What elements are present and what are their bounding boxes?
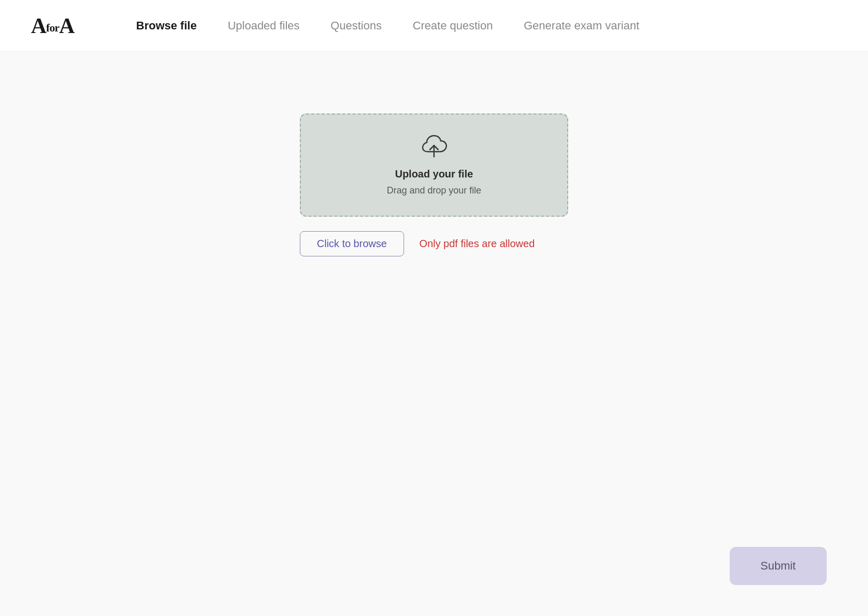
header: AforA Browse file Uploaded files Questio… [0, 0, 868, 52]
nav-create-question[interactable]: Create question [413, 19, 493, 33]
navigation: Browse file Uploaded files Questions Cre… [136, 19, 639, 33]
upload-title: Upload your file [395, 168, 473, 180]
logo: AforA [31, 13, 74, 38]
nav-generate-exam[interactable]: Generate exam variant [524, 19, 639, 33]
browse-button[interactable]: Click to browse [300, 231, 404, 256]
browse-row: Click to browse Only pdf files are allow… [300, 231, 568, 256]
upload-icon [421, 134, 447, 163]
nav-browse-file[interactable]: Browse file [136, 19, 197, 33]
main-content: Upload your file Drag and drop your file… [0, 52, 868, 256]
logo-small: for [46, 21, 59, 34]
file-dropzone[interactable]: Upload your file Drag and drop your file [300, 114, 568, 217]
nav-uploaded-files[interactable]: Uploaded files [228, 19, 299, 33]
submit-button[interactable]: Submit [730, 547, 827, 585]
pdf-warning: Only pdf files are allowed [420, 238, 535, 250]
nav-questions[interactable]: Questions [331, 19, 382, 33]
upload-subtitle: Drag and drop your file [387, 185, 481, 196]
